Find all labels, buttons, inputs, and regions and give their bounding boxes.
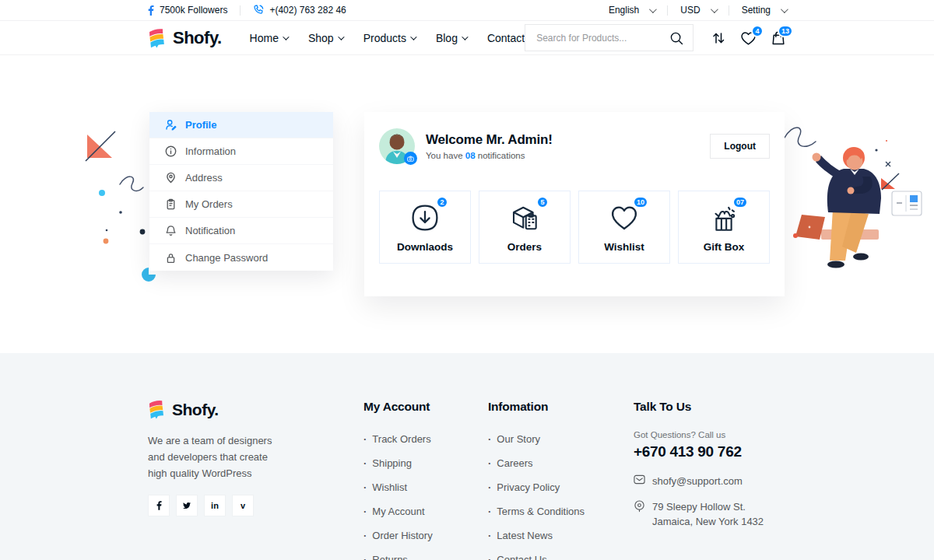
phone-link[interactable]: +(402) 763 282 46 xyxy=(253,5,346,16)
camera-icon[interactable] xyxy=(404,152,417,165)
divider xyxy=(729,5,729,16)
notif-prefix: You have xyxy=(426,151,463,160)
notif-suffix: notifications xyxy=(478,151,525,160)
orders-count-badge: 5 xyxy=(536,196,549,208)
social-links: in v xyxy=(148,495,363,516)
nav-products[interactable]: Products xyxy=(363,32,415,44)
info-icon xyxy=(165,145,177,157)
footer-link-shipping[interactable]: Shipping xyxy=(363,454,488,471)
nav-label: Blog xyxy=(436,32,458,44)
chevron-down-icon xyxy=(781,5,788,13)
nav-label: Shop xyxy=(308,32,334,44)
call-us-label: Got Questions? Call us xyxy=(634,430,786,439)
cart-button[interactable]: 13 xyxy=(771,30,786,46)
nav-home[interactable]: Home xyxy=(250,32,287,44)
vimeo-button[interactable]: v xyxy=(232,495,254,516)
package-icon xyxy=(507,201,542,234)
nav-label: Products xyxy=(363,32,406,44)
sidebar-item-my-orders[interactable]: My Orders xyxy=(149,191,333,218)
wishlist-count-badge: 10 xyxy=(633,196,648,208)
sidebar-item-label: My Orders xyxy=(185,198,233,210)
language-select[interactable]: English xyxy=(609,5,655,16)
footer-phone-link[interactable]: +670 413 90 762 xyxy=(634,443,786,460)
giftbox-card[interactable]: 07 Gift Box xyxy=(678,191,770,264)
linkedin-button[interactable]: in xyxy=(204,495,226,516)
card-label: Gift Box xyxy=(704,241,745,253)
footer-email-link[interactable]: shofy@support.com xyxy=(634,474,786,489)
nav-label: Home xyxy=(250,32,279,44)
downloads-card[interactable]: 2 Downlaods xyxy=(379,191,471,264)
footer-link-returns[interactable]: Returns xyxy=(363,551,488,560)
avatar[interactable] xyxy=(379,128,415,164)
orders-card[interactable]: 5 Orders xyxy=(479,191,571,264)
facebook-button[interactable] xyxy=(148,495,170,516)
nav-shop[interactable]: Shop xyxy=(308,32,342,44)
shofy-logo-icon xyxy=(148,400,167,419)
link-label: Latest News xyxy=(497,530,553,541)
logo[interactable]: Shofy. xyxy=(148,28,222,48)
address-label: 79 Sleepy Hollow St.Jamaica, New York 14… xyxy=(652,499,764,530)
chevron-down-icon xyxy=(410,33,416,40)
card-label: Orders xyxy=(507,241,542,253)
language-label: English xyxy=(609,5,639,16)
twitter-icon xyxy=(182,502,191,509)
followers-link[interactable]: 7500k Followers xyxy=(148,5,227,16)
user-edit-icon xyxy=(165,119,177,131)
wishlist-button[interactable]: 4 xyxy=(740,30,757,46)
sidebar-item-label: Change Password xyxy=(185,252,268,264)
facebook-icon xyxy=(148,5,154,16)
profile-page-body: Profile Information Address My Orders No… xyxy=(0,55,934,353)
footer-link-track-orders[interactable]: Track Orders xyxy=(363,430,488,447)
footer-brand-column: Shofy. We are a team of designers and de… xyxy=(148,400,363,560)
compare-button[interactable] xyxy=(711,30,726,46)
footer-link-my-account[interactable]: My Account xyxy=(363,502,488,520)
sidebar-item-profile[interactable]: Profile xyxy=(149,112,333,138)
nav-contact[interactable]: Contact xyxy=(487,32,525,44)
chevron-down-icon xyxy=(338,33,344,40)
footer-link-order-history[interactable]: Order History xyxy=(363,527,488,544)
footer-link-wishlist[interactable]: Wishlist xyxy=(363,478,488,495)
sidebar-item-address[interactable]: Address xyxy=(149,165,333,191)
address-line-1: 79 Sleepy Hollow St. xyxy=(652,501,746,513)
lock-icon xyxy=(165,252,177,264)
footer-logo[interactable]: Shofy. xyxy=(148,400,363,419)
footer-link-privacy-policy[interactable]: Privacy Policy xyxy=(488,478,634,495)
footer-column-title: Infomation xyxy=(488,400,634,414)
profile-panel: Welcome Mr. Admin! You have 08 notificat… xyxy=(364,112,785,296)
sidebar-item-information[interactable]: Information xyxy=(149,138,333,165)
footer-link-careers[interactable]: Careers xyxy=(488,454,634,471)
notif-count: 08 xyxy=(465,151,476,160)
divider xyxy=(667,5,668,16)
search-button[interactable] xyxy=(668,30,685,47)
compare-arrows-icon xyxy=(711,30,726,46)
cart-count-badge: 13 xyxy=(778,25,793,37)
product-search xyxy=(525,24,693,51)
link-label: Privacy Policy xyxy=(497,481,560,493)
link-label: Shipping xyxy=(372,457,412,469)
footer-link-our-story[interactable]: Our Story xyxy=(488,430,634,447)
currency-select[interactable]: USD xyxy=(680,5,715,16)
sidebar-item-change-password[interactable]: Change Password xyxy=(149,244,333,271)
sidebar-item-notification[interactable]: Notification xyxy=(149,218,333,244)
logout-button[interactable]: Logout xyxy=(710,134,770,159)
footer-link-terms[interactable]: Terms & Conditions xyxy=(488,502,634,520)
setting-select[interactable]: Setting xyxy=(742,5,786,16)
footer-address-link[interactable]: 79 Sleepy Hollow St.Jamaica, New York 14… xyxy=(634,499,786,530)
search-input[interactable] xyxy=(536,33,668,44)
nav-blog[interactable]: Blog xyxy=(436,32,466,44)
wishlist-card[interactable]: 10 Wishlist xyxy=(578,191,670,264)
followers-label: 7500k Followers xyxy=(160,5,227,16)
twitter-button[interactable] xyxy=(176,495,198,516)
footer-link-latest-news[interactable]: Latest News xyxy=(488,527,634,544)
address-line-2: Jamaica, New York 1432 xyxy=(652,516,764,527)
sidebar-item-label: Address xyxy=(185,172,223,184)
link-label: Returns xyxy=(372,554,408,560)
downloads-count-badge: 2 xyxy=(436,196,448,208)
welcome-title: Welcome Mr. Admin! xyxy=(426,132,553,148)
footer-logo-text: Shofy. xyxy=(172,401,219,419)
shofy-logo-icon xyxy=(148,28,167,48)
footer-link-contact-us[interactable]: Contact Us xyxy=(488,551,634,560)
giftbox-count-badge: 07 xyxy=(732,196,748,208)
nav-label: Contact xyxy=(487,32,525,44)
card-label: Wishlist xyxy=(604,241,644,253)
